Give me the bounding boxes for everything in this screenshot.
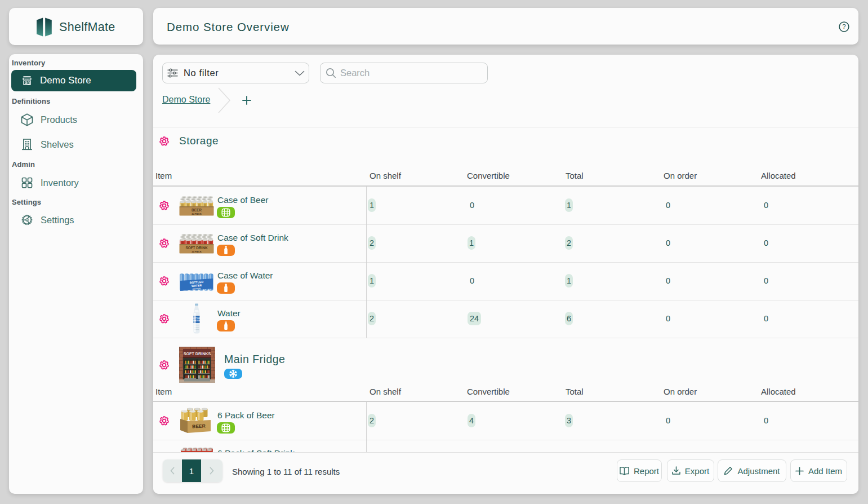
svg-text:?: ?: [842, 23, 845, 30]
svg-text:SOFT DRINK: SOFT DRINK: [185, 246, 207, 250]
svg-text:WATER: WATER: [192, 284, 202, 288]
svg-text:SOFT DRINKS: SOFT DRINKS: [184, 351, 211, 356]
svg-text:24 PACK: 24 PACK: [192, 250, 201, 253]
svg-text:WATER: WATER: [193, 320, 201, 322]
svg-text:BEER: BEER: [192, 423, 206, 429]
svg-text:24 PACK: 24 PACK: [192, 213, 201, 215]
svg-text:24 PACK: 24 PACK: [193, 288, 202, 290]
svg-text:BEER: BEER: [192, 208, 202, 212]
